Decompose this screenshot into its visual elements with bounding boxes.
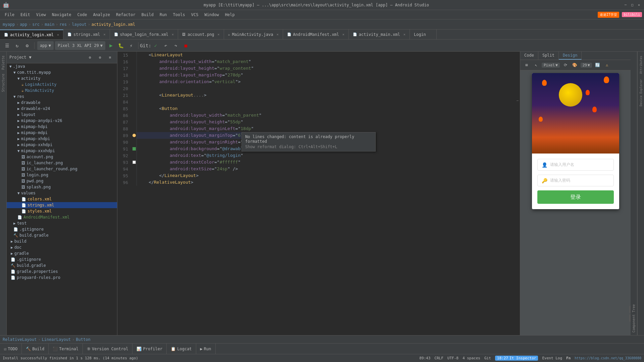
tab-activity-login[interactable]: 📄 activity_login.xml ✕ bbox=[0, 29, 63, 39]
redo-btn[interactable]: ↷ bbox=[171, 41, 180, 50]
username-field[interactable]: 👤 请输入用户名 bbox=[537, 159, 614, 171]
vcs-indicator[interactable]: Git bbox=[484, 356, 491, 360]
tree-item-mipmap-mdpi[interactable]: ▶ mipmap-mdpi bbox=[7, 130, 117, 136]
nav-myapp[interactable]: myapp bbox=[3, 22, 15, 27]
tree-item-layout[interactable]: ▶ layout bbox=[7, 112, 117, 118]
fold-icon[interactable]: – bbox=[515, 99, 520, 102]
nav-src[interactable]: src bbox=[32, 22, 40, 27]
attributes-tab[interactable]: Attributes bbox=[639, 54, 643, 75]
undo-btn[interactable]: ↶ bbox=[161, 41, 170, 50]
tab-todo[interactable]: ☑ TODO bbox=[0, 344, 22, 354]
menu-tools[interactable]: Tools bbox=[170, 11, 188, 18]
tree-item-values[interactable]: ▼ values bbox=[7, 190, 117, 196]
menu-file[interactable]: File bbox=[2, 11, 17, 18]
palette-tab[interactable]: Palette bbox=[1, 54, 6, 71]
tree-item-gradle-properties[interactable]: 📄 gradle.properties bbox=[7, 268, 117, 275]
tab-build[interactable]: 🔨 Build bbox=[22, 344, 49, 354]
component-tree-tab[interactable]: Component Tree bbox=[631, 52, 637, 335]
tab-close-shape-login[interactable]: ✕ bbox=[172, 33, 174, 36]
tab-run[interactable]: ▶ Run bbox=[196, 344, 216, 354]
run-btn[interactable]: ▶ bbox=[107, 41, 115, 50]
tab-androidmanifest[interactable]: 📄 AndroidManifest.xml ✕ bbox=[283, 29, 349, 39]
tab-close-androidmanifest[interactable]: ✕ bbox=[342, 33, 344, 36]
nav-main[interactable]: main bbox=[45, 22, 54, 27]
breadcrumb-button[interactable]: Button bbox=[76, 337, 90, 342]
preview-device-dropdown[interactable]: Pixel ▼ bbox=[542, 63, 560, 68]
tree-item-ic-launcher[interactable]: 🖼 ic_launcher.png bbox=[7, 160, 117, 166]
project-btn[interactable]: ☰ bbox=[3, 41, 11, 50]
bili-logo[interactable]: bilibili bbox=[622, 12, 642, 17]
tree-item-res[interactable]: ▼ res bbox=[7, 94, 117, 100]
editor-scroll[interactable]: 15 16 17 18 19 20 bbox=[117, 52, 520, 335]
tab-account[interactable]: 🖼 account.png ✕ bbox=[178, 29, 224, 39]
tree-item-package[interactable]: ▼ com.ttit.myapp bbox=[7, 69, 117, 75]
menu-run[interactable]: Run bbox=[157, 11, 170, 18]
password-field[interactable]: 🔑 请输入密码 bbox=[537, 175, 614, 186]
rpanel-tab-code[interactable]: Code bbox=[520, 52, 538, 60]
menu-help[interactable]: Help bbox=[222, 11, 237, 18]
nav-layout[interactable]: layout bbox=[72, 22, 86, 27]
tab-strings[interactable]: 📄 strings.xml ✕ bbox=[63, 29, 110, 39]
tab-close-activity-login[interactable]: ✕ bbox=[57, 33, 59, 37]
tree-item-doc[interactable]: ▶ doc bbox=[7, 244, 117, 250]
device-explorer-tab[interactable]: Device Explorer bbox=[639, 78, 643, 108]
tree-item-mipmap-xxhdpi[interactable]: ▶ mipmap-xxhdpi bbox=[7, 142, 117, 148]
tab-close-activity-main[interactable]: ✕ bbox=[404, 33, 406, 36]
tab-login[interactable]: Login bbox=[410, 29, 437, 39]
menu-view[interactable]: View bbox=[34, 11, 49, 18]
tree-item-mipmap-anydpi[interactable]: ▶ mipmap-anydpi-v26 bbox=[7, 118, 117, 124]
tree-item-loginactivity[interactable]: ☕ LoginActivity bbox=[7, 81, 117, 87]
tree-item-mainactivity[interactable]: ☕ MainActivity bbox=[7, 87, 117, 94]
gutter-93[interactable] bbox=[131, 159, 137, 166]
tree-item-build-gradle[interactable]: 🔨 build.gradle bbox=[7, 232, 117, 238]
minimize-btn[interactable]: ─ bbox=[623, 3, 628, 7]
menu-analyze[interactable]: Analyze bbox=[90, 11, 113, 18]
tab-version-control[interactable]: ⑨ Version Control bbox=[83, 344, 132, 354]
stop-btn[interactable]: ■ bbox=[181, 41, 190, 50]
menu-navigate[interactable]: Navigate bbox=[49, 11, 74, 18]
sync-btn[interactable]: ↻ bbox=[13, 41, 21, 50]
login-button[interactable]: 登录 bbox=[537, 190, 614, 204]
rpanel-tab-split[interactable]: Split bbox=[538, 52, 559, 60]
tree-item-drawable[interactable]: ▶ drawable bbox=[7, 100, 117, 106]
preview-cursor-btn[interactable]: ↖ bbox=[532, 61, 540, 69]
breadcrumb-linearlayout[interactable]: LinearLayout bbox=[42, 337, 71, 342]
tab-mainactivity[interactable]: ☕ MainActivity.java ✕ bbox=[224, 29, 283, 39]
tab-profiler[interactable]: 📊 Profiler bbox=[132, 344, 167, 354]
app-dropdown[interactable]: app ▼ bbox=[37, 41, 54, 50]
menu-code[interactable]: Code bbox=[75, 11, 90, 18]
tree-item-proguard-rules[interactable]: 📄 proguard-rules.pro bbox=[7, 275, 117, 281]
panel-sync-btn[interactable]: ⚙ bbox=[86, 53, 94, 62]
nav-res[interactable]: res bbox=[59, 22, 67, 27]
nav-activity-login[interactable]: activity_login.xml bbox=[92, 22, 135, 27]
profile-btn[interactable]: ⚡ bbox=[127, 41, 136, 50]
git-btn[interactable]: Git: bbox=[141, 41, 150, 50]
menu-build[interactable]: Build bbox=[139, 11, 156, 18]
position-indicator[interactable]: 89:43 bbox=[419, 356, 430, 360]
tree-item-account[interactable]: 🖼 account.png bbox=[7, 154, 117, 160]
tree-item-drawable-v24[interactable]: ▶ drawable-v24 bbox=[7, 106, 117, 112]
tab-terminal[interactable]: ⬛ Terminal bbox=[49, 344, 83, 354]
tree-item-splash[interactable]: 🖼 splash.png bbox=[7, 184, 117, 190]
preview-warn-btn[interactable]: ⚠ bbox=[603, 61, 611, 69]
tree-item-activity[interactable]: ▼ activity bbox=[7, 75, 117, 81]
tree-item-mipmap-hdpi[interactable]: ▶ mipmap-hdpi bbox=[7, 124, 117, 130]
weibo-link[interactable]: https://blog.csdn.net/qq_33600080 bbox=[575, 356, 641, 360]
tab-logcat[interactable]: 📋 Logcat bbox=[167, 344, 196, 354]
gutter-89[interactable] bbox=[131, 132, 137, 139]
tree-item-gitignore[interactable]: 📄 .gitignore bbox=[7, 226, 117, 232]
tree-item-root-build-gradle[interactable]: 🔨 build.gradle bbox=[7, 262, 117, 268]
indent-indicator[interactable]: 4 spaces bbox=[463, 356, 480, 360]
tree-item-login-png[interactable]: 🖼 login.png bbox=[7, 172, 117, 178]
menu-edit[interactable]: Edit bbox=[18, 11, 33, 18]
rpanel-tab-design[interactable]: Design bbox=[559, 52, 582, 60]
preview-palette-btn[interactable]: ⊞ bbox=[523, 61, 530, 69]
line-ending-indicator[interactable]: CRLF bbox=[434, 356, 443, 360]
menu-refactor[interactable]: Refactor bbox=[113, 11, 138, 18]
tree-item-mipmap-xhdpi[interactable]: ▶ mipmap-xhdpi bbox=[7, 136, 117, 142]
tree-item-mipmap-xxxhdpi[interactable]: ▼ mipmap-xxxhdpi bbox=[7, 148, 117, 154]
tutu-logo[interactable]: 途途IT学堂 bbox=[598, 12, 619, 18]
check-btn[interactable]: ✓ bbox=[151, 41, 160, 50]
preview-zoom-dropdown[interactable]: 29 ▼ bbox=[581, 63, 592, 68]
fn-indicator[interactable]: Fn bbox=[566, 356, 571, 360]
